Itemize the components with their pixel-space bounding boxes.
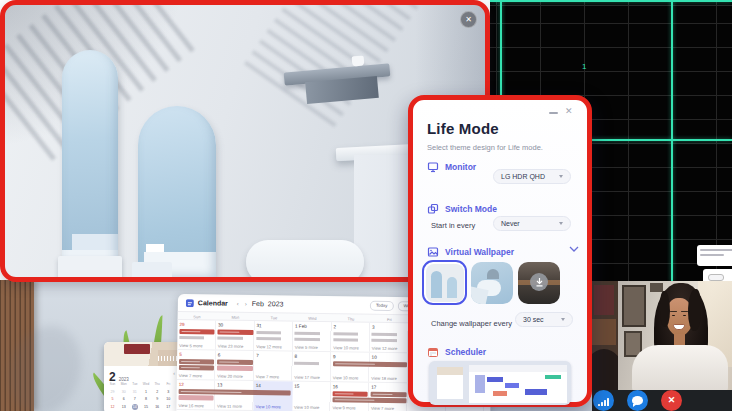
- event-bar: [179, 329, 215, 334]
- event-text: [217, 337, 253, 340]
- wall-calendar-day-header: Wed: [140, 381, 151, 387]
- event-bar: [333, 361, 407, 367]
- view-more-link[interactable]: View 18 more: [371, 375, 397, 380]
- calendar-icon: [427, 346, 439, 358]
- chat-button[interactable]: [627, 390, 648, 411]
- view-more-link[interactable]: View 5 more: [295, 344, 318, 349]
- view-more-link[interactable]: View 10 more: [255, 404, 281, 409]
- view-more-link[interactable]: View 5 more: [179, 343, 202, 348]
- monitor-select-value: LG HDR QHD: [501, 173, 545, 180]
- calendar-date: 12: [179, 382, 184, 387]
- event-text: [256, 331, 292, 334]
- view-more-link[interactable]: View 7 more: [256, 374, 279, 379]
- wall-calendar-artwork: [104, 342, 188, 366]
- view-more-link[interactable]: View 10 more: [333, 375, 359, 380]
- switch-mode-icon: [427, 203, 439, 215]
- view-more-link[interactable]: View 7 more: [371, 405, 394, 410]
- switch-mode-label: Switch Mode: [445, 204, 497, 214]
- wall-arch-middle: [138, 106, 216, 282]
- grid-tooltip: [697, 245, 732, 266]
- chat-icon: [632, 396, 643, 405]
- monitor-select[interactable]: LG HDR QHD: [493, 169, 571, 184]
- event-bar: [217, 360, 253, 365]
- event-text: [333, 338, 369, 341]
- close-button[interactable]: ✕: [565, 106, 573, 116]
- wall-calendar-date: 6: [118, 396, 129, 402]
- event-bar: [217, 366, 253, 371]
- calendar-date: 13: [217, 382, 222, 387]
- calendar-month: Feb: [252, 300, 264, 307]
- end-call-button[interactable]: ✕: [661, 390, 682, 411]
- view-more-link[interactable]: View 12 more: [256, 344, 282, 349]
- calendar-date: 7: [256, 353, 259, 358]
- view-more-link[interactable]: View 23 more: [218, 343, 244, 348]
- calendar-app-title: Calendar: [198, 299, 228, 306]
- change-interval-value: 30 sec: [523, 316, 544, 323]
- tooltip-button[interactable]: [708, 274, 724, 281]
- image-icon: [427, 246, 439, 258]
- calendar-year: 2023: [268, 300, 284, 307]
- calendar-app-icon: [186, 299, 194, 307]
- life-mode-panel: ✕ Life Mode Select theme design for Life…: [408, 95, 592, 407]
- view-more-link[interactable]: View 7 more: [179, 373, 202, 378]
- minimize-button[interactable]: [549, 112, 558, 114]
- calendar-day-header: Tue: [255, 315, 294, 321]
- chevron-down-icon: [559, 175, 563, 178]
- view-more-link[interactable]: View 17 more: [294, 374, 320, 379]
- switch-mode-section: Switch Mode: [427, 203, 497, 215]
- screen: 22023 ‹ › SunMonTueWedThuFriSat293031123…: [0, 0, 732, 411]
- view-more-link[interactable]: View 20 more: [217, 373, 243, 378]
- thumbnail-image: [426, 264, 464, 302]
- view-more-link[interactable]: View 12 more: [372, 345, 398, 350]
- view-more-link[interactable]: View 10 more: [294, 404, 320, 409]
- wall-calendar-day-header: Thu: [152, 381, 163, 387]
- virtual-wallpaper-label: Virtual Wallpaper: [445, 247, 514, 257]
- next-week-button[interactable]: ›: [244, 300, 248, 306]
- seat: [246, 240, 364, 282]
- cup: [352, 55, 365, 66]
- wall-calendar-date: 9: [152, 396, 163, 402]
- event-text: [333, 332, 369, 335]
- wall-calendar-grid: SunMonTueWedThuFriSat2930311234567891011…: [104, 380, 188, 411]
- video-call-window: ✕: [592, 281, 732, 411]
- today-button[interactable]: Today: [370, 300, 394, 310]
- wall-calendar-year: 2023: [119, 377, 129, 382]
- wall-calendar-month: 2: [109, 370, 116, 384]
- wall-calendar-date: 10: [163, 396, 174, 402]
- start-interval-select[interactable]: Never: [493, 216, 571, 231]
- wall-calendar-date: 1: [140, 389, 151, 395]
- calendar-date: 16: [333, 384, 338, 389]
- event-bar: [332, 391, 368, 396]
- chevron-down-icon[interactable]: [569, 246, 579, 253]
- event-bar: [178, 395, 214, 400]
- prev-week-button[interactable]: ‹: [236, 300, 240, 306]
- event-text: [294, 362, 330, 365]
- prev-month-button[interactable]: ‹: [173, 370, 175, 376]
- network-quality-icon: [598, 398, 609, 406]
- panel-subtitle: Select theme design for Life mode.: [427, 143, 543, 152]
- wall-calendar-date: 31: [129, 389, 140, 395]
- view-more-link[interactable]: View 16 more: [178, 403, 204, 408]
- scheduler-preview: [429, 361, 571, 405]
- wall-calendar-date: 30: [118, 389, 129, 395]
- wallpaper-thumbnail-download[interactable]: [518, 262, 560, 304]
- wall-calendar-date: 3: [163, 389, 174, 395]
- wall-calendar-header: 22023 ‹ ›: [104, 366, 188, 380]
- wallpaper-thumbnail-abstract[interactable]: [471, 262, 513, 304]
- wall-calendar-day-header: Fri: [163, 381, 174, 387]
- event-bar: [217, 330, 253, 335]
- monitor-section: Monitor: [427, 161, 476, 173]
- chevron-down-icon: [559, 222, 563, 225]
- view-more-link[interactable]: View 11 more: [217, 403, 242, 408]
- view-more-link[interactable]: View 10 more: [333, 345, 359, 350]
- wall-calendar-date: 14: [132, 404, 138, 410]
- close-icon[interactable]: ✕: [460, 11, 477, 28]
- network-quality-button[interactable]: [593, 390, 614, 411]
- event-text: [371, 333, 407, 336]
- change-interval-select[interactable]: 30 sec: [515, 312, 573, 327]
- view-more-link[interactable]: View 9 more: [332, 405, 355, 410]
- leaf-shadow: [244, 0, 426, 127]
- wallpaper-thumbnail-arched[interactable]: [422, 260, 467, 305]
- monitor-label: Monitor: [445, 162, 476, 172]
- event-text: [371, 339, 407, 342]
